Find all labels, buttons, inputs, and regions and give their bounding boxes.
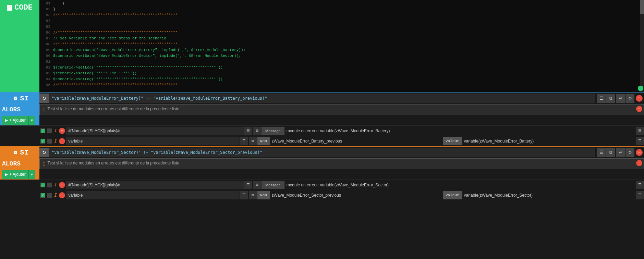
- comment-text-2: Test si la liste de modules en erreurs e…: [47, 161, 179, 165]
- line-content: }: [53, 1, 64, 7]
- line-number: 86: [39, 30, 53, 36]
- si-header-1: ✓ SI ↻ ☰ ⧉ ↩ ⚙ −: [0, 92, 644, 104]
- cmd-check-2-2[interactable]: ✓: [40, 193, 45, 198]
- cmd-type-btn-2-1[interactable]: Message: [262, 181, 284, 189]
- si-undo-btn-2[interactable]: ↩: [616, 148, 625, 157]
- cmd-drag-2-1[interactable]: [47, 183, 52, 187]
- si-remove-btn-1[interactable]: −: [636, 95, 643, 102]
- add-label-1: + Ajouter: [9, 118, 26, 123]
- cmd-row-1-1: ✓ I − ☰ ⧉ Message ☰: [0, 125, 644, 136]
- si-list-btn-1[interactable]: ☰: [597, 94, 606, 103]
- si-copy-btn-1[interactable]: ⧉: [606, 94, 615, 103]
- si-undo-btn-1[interactable]: ↩: [616, 94, 625, 103]
- code-line: 94$scenario->setLog('*******************…: [39, 76, 640, 82]
- code-scrollbar[interactable]: [640, 0, 644, 92]
- si-condition-input-2[interactable]: [49, 148, 595, 157]
- si-checkbox-1[interactable]: ✓: [13, 96, 18, 101]
- cmd-icon-copy-2-1[interactable]: ⧉: [253, 181, 261, 189]
- cmd-end-btn-2-1[interactable]: ☰: [636, 181, 644, 189]
- si-gear-btn-1[interactable]: ⚙: [625, 94, 634, 103]
- code-line: 84: [39, 18, 640, 24]
- cmd-end-btn-1-1[interactable]: ☰: [636, 127, 644, 135]
- cmd-name-input-1-2[interactable]: [66, 137, 239, 145]
- add-dropdown-btn-1[interactable]: ▾: [28, 116, 35, 125]
- cmd-end-btn-1-2[interactable]: ☰: [636, 137, 644, 145]
- cmd-drag-1-2[interactable]: [47, 139, 52, 144]
- add-action-btn-1[interactable]: ▶ + Ajouter: [2, 116, 28, 125]
- code-line: 87// Set variable for the next steps of …: [39, 36, 640, 41]
- cmd-remove-1-2[interactable]: −: [59, 138, 65, 144]
- cmd-remove-2-2[interactable]: −: [59, 192, 65, 198]
- line-content: //**************************************…: [53, 82, 178, 88]
- alors-label-area-1: ALORS: [0, 104, 39, 115]
- cmd-param-input-2-1[interactable]: [284, 181, 635, 189]
- line-content: //**************************************…: [53, 30, 178, 36]
- line-number: 82: [39, 7, 53, 12]
- si-refresh-btn-1[interactable]: ↻: [39, 94, 49, 103]
- cmd-icon-copy-1-2[interactable]: ⧉: [249, 137, 257, 145]
- add-left-2: ▶ + Ajouter ▾: [0, 169, 39, 180]
- si-checkbox-2[interactable]: ✓: [13, 150, 18, 155]
- code-line: 82}: [39, 7, 640, 12]
- si-copy-btn-2[interactable]: ⧉: [606, 148, 615, 157]
- cmd-nom-input-2-2[interactable]: [270, 191, 443, 199]
- cmd-check-1-1[interactable]: ✓: [40, 128, 45, 133]
- cmd-param-input-1-1[interactable]: [284, 127, 635, 135]
- cmd-valeur-input-2-2[interactable]: [462, 191, 635, 199]
- cmd-icon-list-1-1[interactable]: ☰: [244, 127, 252, 135]
- comment-icon-1: I: [42, 107, 45, 113]
- cmd-remove-2-1[interactable]: −: [59, 182, 65, 188]
- comment-icon-2: I: [42, 161, 45, 167]
- code-line: 95//************************************…: [39, 82, 640, 88]
- add-left-1: ▶ + Ajouter ▾: [0, 115, 39, 125]
- cmd-name-input-1-1[interactable]: [66, 127, 244, 135]
- line-content: //**************************************…: [53, 12, 178, 18]
- comment-box-2: I Test si la liste de modules en erreurs…: [39, 158, 644, 169]
- cmd-check-1-2[interactable]: ✓: [40, 139, 45, 144]
- si-remove-btn-2[interactable]: −: [636, 149, 643, 156]
- cmd-icon-list-2-1[interactable]: ☰: [244, 181, 252, 189]
- cmd-icon-list-1-2[interactable]: ☰: [240, 137, 248, 145]
- status-dot: [638, 86, 643, 91]
- si-list-btn-2[interactable]: ☰: [597, 148, 606, 157]
- code-panel: ✓ CODE 81 }82}83//**********************…: [0, 0, 644, 92]
- cmd-check-2-1[interactable]: ✓: [40, 183, 45, 187]
- si-block-1: ✓ SI ↻ ☰ ⧉ ↩ ⚙ − ALORS I Test si la list…: [0, 92, 644, 146]
- comment-remove-2[interactable]: −: [636, 160, 642, 166]
- line-content: //**************************************…: [53, 41, 178, 47]
- code-line: 81 }: [39, 1, 640, 7]
- cmd-nom-input-1-2[interactable]: [270, 137, 443, 145]
- cmd-drag-1-1[interactable]: [47, 128, 52, 133]
- cmd-type-btn-1-1[interactable]: Message: [262, 127, 284, 135]
- cmd-valeur-input-1-2[interactable]: [462, 137, 635, 145]
- line-number: 84: [39, 18, 53, 24]
- add-action-btn-2[interactable]: ▶ + Ajouter: [2, 170, 28, 179]
- si-refresh-btn-2[interactable]: ↻: [39, 148, 49, 157]
- line-content: $scenario->setData("zWave_ModuleError_Se…: [53, 53, 241, 59]
- code-line: 88//************************************…: [39, 41, 640, 47]
- cmd-drag-2-2[interactable]: [47, 193, 52, 198]
- si-label-2: SI: [20, 149, 28, 157]
- cmd-info-icon-2-1: I: [54, 182, 57, 188]
- cmd-remove-1-1[interactable]: −: [59, 128, 65, 134]
- line-content: }: [53, 7, 56, 12]
- cmd-icon-list-2-2[interactable]: ☰: [240, 191, 248, 199]
- comment-remove-1[interactable]: −: [636, 106, 642, 112]
- cmd-end-btn-2-2[interactable]: ☰: [636, 191, 644, 199]
- alors-row-2: ALORS I Test si la liste de modules en e…: [0, 158, 644, 169]
- line-number: 95: [39, 82, 53, 88]
- code-editor[interactable]: 81 }82}83//*****************************…: [39, 0, 640, 92]
- si-gear-btn-2[interactable]: ⚙: [625, 148, 634, 157]
- cmd-name-input-2-1[interactable]: [66, 181, 244, 189]
- cmd-icon-copy-1-1[interactable]: ⧉: [253, 127, 261, 135]
- si-condition-input-1[interactable]: [49, 94, 595, 103]
- cmd-name-input-2-2[interactable]: [66, 191, 239, 199]
- cmd-icon-copy-2-2[interactable]: ⧉: [249, 191, 257, 199]
- line-number: 91: [39, 59, 53, 65]
- add-dropdown-btn-2[interactable]: ▾: [28, 170, 35, 179]
- si-label-1: SI: [20, 95, 28, 102]
- add-row-1: ▶ + Ajouter ▾: [0, 115, 644, 125]
- line-number: 81: [39, 1, 53, 7]
- code-checkbox[interactable]: ✓: [7, 5, 12, 11]
- line-content: $scenario->setLog('*********************…: [53, 65, 223, 71]
